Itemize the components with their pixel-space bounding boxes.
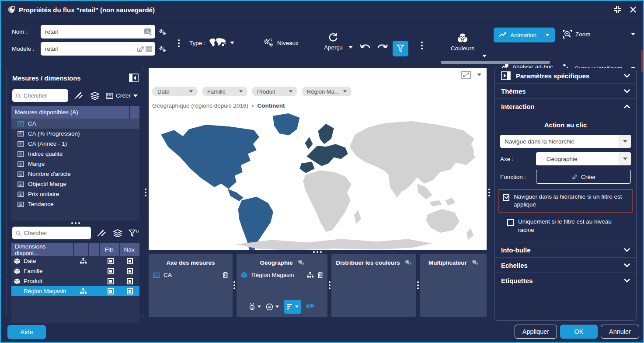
right-edge-scrollbar-thumb[interactable]: [641, 50, 643, 72]
apply-button[interactable]: Appliquer: [515, 325, 557, 339]
filter-pill-produit[interactable]: Produit: [252, 87, 297, 96]
create-measure-button[interactable]: Créer: [106, 92, 138, 99]
abacus-icon: [17, 121, 24, 126]
gears-icon[interactable]: [297, 259, 304, 266]
hide-empty-icon[interactable]: [74, 92, 84, 99]
section-interaction[interactable]: Interaction: [495, 99, 636, 114]
section-tooltip[interactable]: Info-bulle: [495, 242, 636, 258]
close-icon[interactable]: [630, 6, 637, 13]
measure-row-ca[interactable]: CA: [11, 119, 139, 129]
collapse-panel-right-icon[interactable]: [501, 71, 511, 80]
trash-icon[interactable]: [317, 272, 323, 278]
filter-pill-date[interactable]: Date: [152, 87, 198, 96]
hide-empty-icon[interactable]: [97, 230, 107, 237]
hierarchy-icon[interactable]: [307, 272, 313, 278]
right-splitter-handle[interactable]: [488, 189, 490, 196]
ok-button[interactable]: OK: [560, 325, 598, 339]
colors-caret-icon[interactable]: [482, 55, 487, 57]
navigate-if-filter-checkbox-row[interactable]: Naviguer dans la hiérarchie si un filtre…: [498, 189, 633, 213]
dimension-row-region-magasin[interactable]: Région Magasin: [11, 286, 139, 296]
zoom-tool-button[interactable]: Zoom: [563, 29, 635, 39]
geo-item-region-magasin[interactable]: Région Magasin: [241, 272, 323, 278]
section-scales[interactable]: Echelles: [495, 258, 636, 273]
measures-search[interactable]: [12, 89, 68, 102]
topn-medal-button[interactable]: 3: [249, 303, 261, 311]
filter-button[interactable]: [393, 41, 408, 56]
only-root-filter-checkbox-row[interactable]: Uniquement si le filtre est au niveau ra…: [500, 218, 631, 234]
dimensions-search-input[interactable]: [24, 230, 87, 236]
fullscreen-icon[interactable]: [461, 71, 471, 79]
measure-row[interactable]: Marge: [11, 159, 139, 169]
checked-checkbox[interactable]: [503, 194, 509, 201]
filter-checkbox[interactable]: [108, 258, 114, 264]
filter-checkbox[interactable]: [108, 288, 114, 294]
collapse-panel-left-icon[interactable]: [129, 74, 139, 82]
world-map-chart[interactable]: [149, 110, 487, 250]
sort-button-active[interactable]: [284, 300, 301, 314]
filter-checkbox[interactable]: [108, 278, 114, 284]
breadcrumb-root[interactable]: Géographique (régions depuis 2016): [152, 102, 248, 109]
chart-menu-caret-icon[interactable]: [477, 74, 481, 76]
trash-icon[interactable]: [223, 272, 228, 278]
measure-row[interactable]: Tendance: [11, 199, 139, 209]
section-labels[interactable]: Etiquettes: [495, 273, 636, 288]
card-splitter-handle[interactable]: [233, 281, 235, 289]
gears-icon[interactable]: [471, 259, 478, 266]
splitter-handle[interactable]: [11, 220, 139, 226]
axis-select[interactable]: Géographie: [536, 152, 631, 165]
measure-row[interactable]: Prix unitaire: [11, 189, 139, 199]
dimension-row-date[interactable]: Date: [11, 256, 139, 266]
dimension-row-produit[interactable]: Produit: [11, 276, 139, 286]
equals-filter-button[interactable]: [266, 303, 279, 311]
cancel-button[interactable]: Annuler: [601, 325, 639, 339]
model-input[interactable]: [45, 46, 136, 52]
section-specific-params[interactable]: Paramètres spécifiques: [495, 68, 636, 84]
preview-caret-icon[interactable]: [348, 46, 353, 49]
card-splitter-handle[interactable]: [329, 281, 331, 289]
left-splitter-handle[interactable]: [145, 189, 146, 196]
measure-row[interactable]: Objectif Marge: [11, 179, 139, 189]
toolbar-horizontal-scrollbar[interactable]: [441, 61, 550, 64]
geo-map-mini-icon[interactable]: [306, 304, 315, 310]
nav-checkbox[interactable]: [127, 288, 133, 294]
gears-icon[interactable]: [404, 259, 411, 266]
measure-row[interactable]: Indice qualité: [11, 149, 139, 159]
measure-row[interactable]: CA (Année - 1): [11, 139, 139, 149]
measures-search-input[interactable]: [24, 92, 65, 99]
name-input[interactable]: [45, 28, 144, 35]
edit-pencil-icon[interactable]: [136, 45, 145, 53]
model-settings-gear-icon[interactable]: [158, 45, 166, 53]
filter-count-icon[interactable]: 0: [129, 229, 139, 237]
name-settings-gear-icon[interactable]: [158, 28, 166, 36]
type-selector[interactable]: Type :: [189, 37, 234, 49]
help-button[interactable]: Aide: [7, 325, 46, 339]
filter-pill-famille[interactable]: Famille: [202, 87, 247, 96]
section-themes[interactable]: Thèmes: [495, 84, 636, 99]
layers-icon[interactable]: [90, 92, 100, 100]
preview-button[interactable]: Aperçu: [324, 32, 343, 51]
create-function-button[interactable]: Créer: [536, 170, 631, 184]
filter-pill-region[interactable]: Région Ma...: [302, 87, 352, 96]
layers-icon[interactable]: [113, 229, 122, 237]
nav-checkbox[interactable]: [127, 268, 133, 274]
compress-window-icon[interactable]: [613, 5, 622, 14]
undo-icon[interactable]: [360, 43, 371, 52]
animation-button[interactable]: Animation: [494, 28, 555, 42]
measure-axis-item-ca[interactable]: CA: [153, 272, 228, 278]
menu-lines-icon[interactable]: [145, 46, 153, 52]
card-splitter-handle[interactable]: [417, 281, 419, 289]
colors-button[interactable]: Couleurs: [451, 32, 474, 52]
measure-row[interactable]: Nombre d'article: [11, 169, 139, 179]
click-action-select[interactable]: Navigue dans la hiérarchie: [500, 135, 631, 148]
levels-button[interactable]: Niveaux: [263, 37, 299, 49]
dimension-row-famille[interactable]: Famille: [11, 266, 139, 276]
more-options-kebab-icon[interactable]: [421, 42, 423, 49]
redo-icon[interactable]: [376, 43, 388, 52]
translate-icon[interactable]: A: [144, 28, 153, 36]
measure-row[interactable]: CA (% Progression): [11, 129, 139, 139]
filter-checkbox[interactable]: [108, 268, 114, 274]
nav-checkbox[interactable]: [127, 258, 133, 264]
unchecked-checkbox[interactable]: [507, 219, 514, 226]
dimensions-search[interactable]: [12, 227, 91, 239]
nav-checkbox[interactable]: [127, 278, 133, 284]
